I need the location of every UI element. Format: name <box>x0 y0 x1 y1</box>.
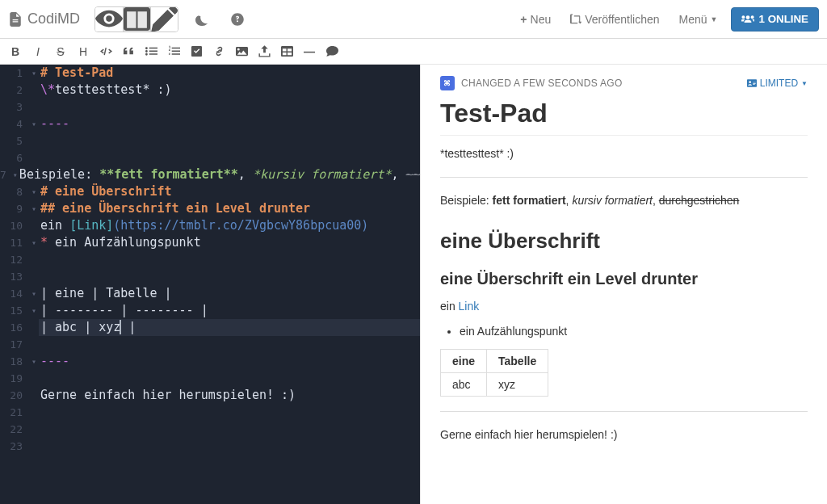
fmt-code-button[interactable] <box>95 41 116 62</box>
editor-pane[interactable]: 1# Test-Pad2\*testtesttest* :)34----567B… <box>0 65 420 504</box>
line-number: 15 <box>0 302 29 319</box>
line-number: 21 <box>0 404 29 421</box>
line-content[interactable]: | eine | Tabelle | <box>39 285 420 302</box>
line-content[interactable]: ---- <box>39 116 420 132</box>
fmt-italic-button[interactable]: I <box>27 41 48 62</box>
fmt-ul-button[interactable] <box>141 41 162 62</box>
preview-text: Gerne einfach hier herumspielen! :) <box>440 426 808 443</box>
editor-line[interactable]: 2\*testtesttest* :) <box>0 82 420 99</box>
new-note-link[interactable]: +Neu <box>514 10 557 29</box>
editor-line[interactable]: 18---- <box>0 353 420 370</box>
permission-dropdown[interactable]: LIMITED ▼ <box>747 78 808 89</box>
line-number: 2 <box>0 82 29 99</box>
line-content[interactable]: # eine Überschrift <box>39 183 420 200</box>
fold-gutter[interactable] <box>29 302 39 319</box>
brand-link[interactable]: CodiMD <box>8 10 80 27</box>
line-content[interactable] <box>39 149 420 166</box>
line-content[interactable] <box>39 336 420 353</box>
editor-line[interactable]: 13 <box>0 268 420 285</box>
editor-line[interactable]: 5 <box>0 132 420 149</box>
online-users-button[interactable]: 1 ONLINE <box>731 7 819 32</box>
line-content[interactable] <box>39 251 420 268</box>
editor-line[interactable]: 9## eine Überschrift ein Level drunter <box>0 200 420 217</box>
line-number: 17 <box>0 336 29 353</box>
editor-line[interactable]: 15| -------- | -------- | <box>0 302 420 319</box>
fmt-checklist-button[interactable] <box>186 41 207 62</box>
line-content[interactable] <box>39 370 420 387</box>
editor-line[interactable]: 3 <box>0 99 420 116</box>
fmt-table-button[interactable] <box>276 41 297 62</box>
fmt-strike-button[interactable]: S <box>50 41 71 62</box>
line-content[interactable]: Beispiele: **fett formatiert**, *kursiv … <box>18 166 420 183</box>
link-icon <box>213 45 225 57</box>
line-content[interactable]: Gerne einfach hier herumspielen! :) <box>39 387 420 404</box>
editor-line[interactable]: 22 <box>0 421 420 438</box>
brand-text: CodiMD <box>27 10 80 27</box>
line-content[interactable]: * ein Aufzählungspunkt <box>39 234 420 251</box>
menu-dropdown[interactable]: Menü▼ <box>673 10 724 29</box>
line-content[interactable] <box>39 268 420 285</box>
fmt-quote-button[interactable] <box>118 41 139 62</box>
publish-link[interactable]: Veröffentlichen <box>564 10 665 29</box>
fmt-upload-button[interactable] <box>254 41 275 62</box>
mode-view-button[interactable] <box>95 7 123 32</box>
editor-line[interactable]: 1# Test-Pad <box>0 65 420 82</box>
list-ul-icon <box>145 45 157 57</box>
line-content[interactable]: ---- <box>39 353 420 370</box>
line-content[interactable]: | -------- | -------- | <box>39 302 420 319</box>
preview-pane: ⌘ CHANGED A FEW SECONDS AGO LIMITED ▼ Te… <box>420 65 827 504</box>
fold-gutter[interactable] <box>29 200 39 217</box>
fold-gutter[interactable] <box>29 116 39 132</box>
night-mode-button[interactable] <box>190 7 214 32</box>
line-number: 22 <box>0 421 29 438</box>
line-content[interactable] <box>39 438 420 455</box>
fold-gutter <box>29 387 39 404</box>
line-content[interactable]: | abc | xyz | <box>39 319 420 336</box>
fmt-ol-button[interactable] <box>163 41 184 62</box>
line-number: 8 <box>0 183 29 200</box>
line-content[interactable]: ein [Link](https://tmblr.co/ZVgbcwY86bpc… <box>39 217 420 234</box>
line-number: 5 <box>0 132 29 149</box>
fmt-image-button[interactable] <box>231 41 252 62</box>
fmt-comment-button[interactable] <box>321 41 342 62</box>
line-content[interactable] <box>39 404 420 421</box>
editor-line[interactable]: 7Beispiele: **fett formatiert**, *kursiv… <box>0 166 420 183</box>
editor-line[interactable]: 23 <box>0 438 420 455</box>
editor-line[interactable]: 16| abc | xyz | <box>0 319 420 336</box>
columns-icon <box>124 6 150 32</box>
fmt-link-button[interactable] <box>208 41 229 62</box>
fold-gutter[interactable] <box>29 183 39 200</box>
help-button[interactable] <box>225 7 250 32</box>
editor-line[interactable]: 11* ein Aufzählungspunkt <box>0 234 420 251</box>
editor-line[interactable]: 17 <box>0 336 420 353</box>
fmt-bold-button[interactable]: B <box>5 41 26 62</box>
mode-edit-button[interactable] <box>150 7 178 32</box>
plus-icon: + <box>520 13 527 26</box>
fold-gutter[interactable] <box>29 65 39 82</box>
line-content[interactable]: ## eine Überschrift ein Level drunter <box>39 200 420 217</box>
line-content[interactable] <box>39 421 420 438</box>
editor-line[interactable]: 10ein [Link](https://tmblr.co/ZVgbcwY86b… <box>0 217 420 234</box>
comment-icon <box>326 45 338 57</box>
line-content[interactable]: # Test-Pad <box>39 65 420 82</box>
fold-gutter[interactable] <box>29 353 39 370</box>
editor-line[interactable]: 19 <box>0 370 420 387</box>
line-content[interactable] <box>39 99 420 116</box>
editor-line[interactable]: 12 <box>0 251 420 268</box>
line-content[interactable] <box>39 132 420 149</box>
editor-line[interactable]: 14| eine | Tabelle | <box>0 285 420 302</box>
fold-gutter <box>29 251 39 268</box>
fold-gutter[interactable] <box>29 234 39 251</box>
mode-both-button[interactable] <box>123 7 150 32</box>
editor-line[interactable]: 8# eine Überschrift <box>0 183 420 200</box>
fmt-heading-button[interactable]: H <box>73 41 94 62</box>
editor-line[interactable]: 6 <box>0 149 420 166</box>
editor-line[interactable]: 4---- <box>0 116 420 132</box>
editor-line[interactable]: 20Gerne einfach hier herumspielen! :) <box>0 387 420 404</box>
editor-line[interactable]: 21 <box>0 404 420 421</box>
fold-gutter[interactable] <box>29 285 39 302</box>
preview-link[interactable]: Link <box>459 300 480 313</box>
fmt-line-button[interactable]: — <box>299 41 320 62</box>
line-number: 12 <box>0 251 29 268</box>
line-content[interactable]: \*testtesttest* :) <box>39 82 420 99</box>
